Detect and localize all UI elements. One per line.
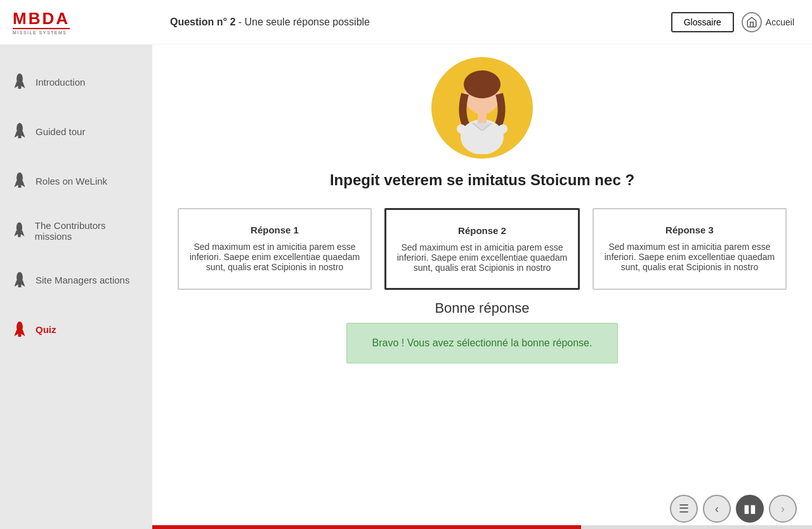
- question-text: Inpegit veterem se imitatus Stoicum nec …: [330, 171, 634, 189]
- question-title: Question n° 2 - Une seule réponse possib…: [170, 16, 370, 28]
- pause-icon: ▮▮: [743, 502, 756, 516]
- answer-card-2-title: Réponse 2: [396, 225, 568, 236]
- answer-card-3[interactable]: Réponse 3 Sed maximum est in amicitia pa…: [593, 208, 787, 290]
- logo-area: MBDA MISSILE SYSTEMS: [0, 0, 152, 44]
- accueil-icon: [742, 12, 762, 32]
- glossaire-button[interactable]: Glossaire: [671, 12, 734, 32]
- rocket-icon-site-managers: [13, 270, 27, 291]
- logo-sub: MISSILE SYSTEMS: [13, 30, 70, 35]
- menu-icon: ☰: [679, 502, 689, 516]
- answer-card-2-body: Sed maximum est in amicitia parem esse i…: [396, 242, 568, 273]
- sidebar-item-label-site-managers: Site Managers actions: [36, 275, 129, 285]
- answer-card-2[interactable]: Réponse 2 Sed maximum est in amicitia pa…: [384, 208, 580, 290]
- svg-rect-5: [18, 134, 22, 138]
- answer-card-1-title: Réponse 1: [189, 225, 360, 235]
- rocket-icon-guided-tour: [13, 121, 27, 142]
- sidebar-item-label-introduction: Introduction: [36, 77, 85, 88]
- answer-card-1-body: Sed maximum est in amicitia parem esse i…: [189, 242, 360, 272]
- sidebar-item-guided-tour[interactable]: Guided tour: [0, 107, 152, 156]
- question-number: Question n° 2: [170, 16, 235, 27]
- avatar: [431, 57, 533, 159]
- rocket-icon-introduction: [13, 71, 27, 93]
- logo-top: MBDA: [13, 10, 70, 27]
- rocket-icon-contributors: [13, 220, 26, 240]
- main-content: Question n° 2 - Une seule réponse possib…: [152, 0, 812, 529]
- sidebar-item-quiz[interactable]: Quiz: [0, 305, 152, 355]
- next-button[interactable]: ›: [769, 495, 797, 523]
- progress-bar-fill: [152, 525, 581, 529]
- accueil-label: Accueil: [766, 17, 794, 27]
- answer-card-3-title: Réponse 3: [604, 225, 775, 235]
- next-icon: ›: [781, 502, 785, 516]
- correct-banner: Bravo ! Vous avez sélectionné la bonne r…: [346, 323, 619, 363]
- answer-card-1[interactable]: Réponse 1 Sed maximum est in amicitia pa…: [178, 208, 372, 290]
- content-area: Inpegit veterem se imitatus Stoicum nec …: [152, 44, 812, 488]
- svg-rect-17: [18, 332, 22, 337]
- mbda-logo: MBDA MISSILE SYSTEMS: [13, 10, 70, 35]
- rocket-icon-quiz: [13, 319, 27, 341]
- sidebar-item-label-quiz: Quiz: [36, 324, 56, 335]
- sidebar-item-contributors-missions[interactable]: The Contributors missions: [0, 206, 152, 256]
- svg-rect-21: [478, 112, 487, 123]
- svg-rect-2: [18, 84, 22, 89]
- sidebar-item-label-guided-tour: Guided tour: [36, 126, 85, 137]
- svg-rect-11: [18, 233, 21, 237]
- sidebar: MBDA MISSILE SYSTEMS Introduction: [0, 0, 152, 529]
- rocket-icon-roles: [13, 170, 27, 192]
- correct-label: Bonne réponse: [435, 300, 529, 317]
- logo-dash: [13, 28, 70, 29]
- topbar-actions: Glossaire Accueil: [671, 12, 794, 32]
- nav-items: Introduction Guided tour Roles on We: [0, 44, 152, 529]
- accueil-button[interactable]: Accueil: [742, 12, 794, 32]
- bottom-bar: ☰ ‹ ▮▮ ›: [152, 488, 812, 529]
- sidebar-item-label-contributors: The Contributors missions: [35, 220, 140, 242]
- svg-rect-8: [18, 183, 22, 188]
- svg-rect-14: [18, 282, 22, 287]
- prev-button[interactable]: ‹: [703, 495, 731, 523]
- topbar: Question n° 2 - Une seule réponse possib…: [152, 0, 812, 44]
- menu-button[interactable]: ☰: [670, 495, 698, 523]
- sidebar-item-label-roles: Roles on WeLink: [36, 176, 107, 186]
- answers-row: Réponse 1 Sed maximum est in amicitia pa…: [178, 208, 787, 290]
- sidebar-item-site-managers-actions[interactable]: Site Managers actions: [0, 256, 152, 305]
- prev-icon: ‹: [715, 502, 719, 516]
- question-subtitle: - Une seule réponse possible: [235, 16, 370, 27]
- sidebar-item-introduction[interactable]: Introduction: [0, 57, 152, 107]
- svg-point-19: [464, 70, 501, 98]
- pause-button[interactable]: ▮▮: [736, 495, 764, 523]
- answer-card-3-body: Sed maximum est in amicitia parem esse i…: [604, 242, 775, 272]
- progress-bar-container: [152, 525, 812, 529]
- sidebar-item-roles-on-welink[interactable]: Roles on WeLink: [0, 156, 152, 206]
